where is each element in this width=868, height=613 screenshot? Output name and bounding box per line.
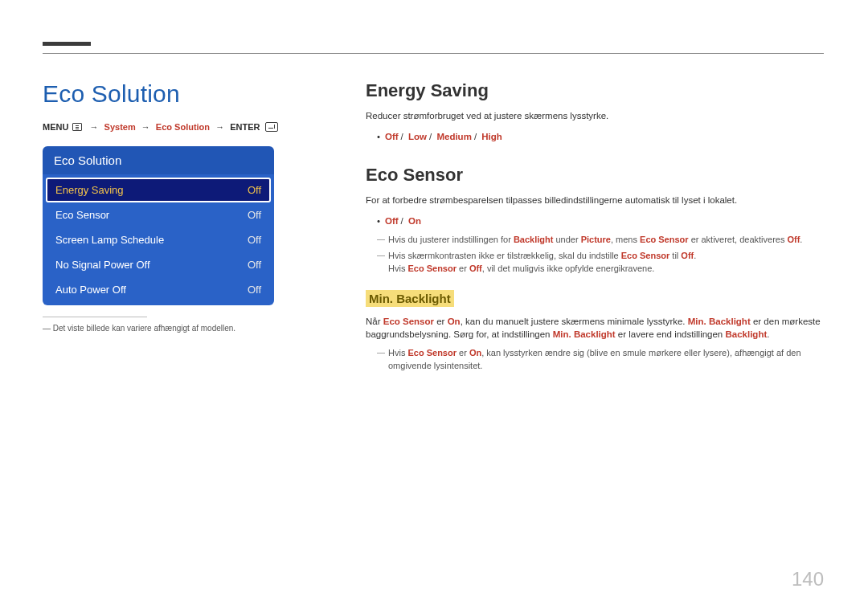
osd-value: Off (248, 284, 261, 296)
osd-title: Eco Solution (43, 146, 274, 174)
note-list: Hvis Eco Sensor er On, kan lysstyrken æn… (377, 346, 824, 373)
options-list: Off/ Low/ Medium/ High (377, 129, 824, 144)
footnote-rule (43, 317, 147, 317)
chapter-marker (43, 42, 91, 46)
opt-low: Low (408, 132, 427, 141)
osd-label: Screen Lamp Schedule (55, 234, 164, 246)
enter-icon (265, 122, 278, 132)
breadcrumb-eco: Eco Solution (156, 122, 210, 132)
osd-body: Energy Saving Off Eco Sensor Off Screen … (43, 174, 274, 305)
option-item: Off/ On (377, 214, 824, 228)
subsection-title: Min. Backlight (366, 290, 454, 307)
manual-page: Eco Solution MENU → System → Eco Solutio… (0, 0, 868, 613)
arrow-icon: → (90, 122, 99, 132)
breadcrumb-system: System (104, 122, 136, 132)
left-column: Eco Solution MENU → System → Eco Solutio… (43, 80, 284, 333)
opt-medium: Medium (436, 132, 471, 141)
menu-icon (72, 123, 82, 131)
note-item: Hvis Eco Sensor er On, kan lysstyrken æn… (377, 346, 824, 373)
arrow-icon: → (141, 122, 150, 132)
osd-value: Off (248, 234, 261, 246)
subsection-desc: Når Eco Sensor er On, kan du manuelt jus… (366, 315, 824, 341)
opt-high: High (481, 132, 502, 141)
breadcrumb-menu: MENU (43, 122, 68, 132)
note-list: Hvis du justerer indstillingen for Backl… (377, 233, 824, 276)
osd-row-no-signal[interactable]: No Signal Power Off Off (46, 252, 271, 277)
osd-row-eco-sensor[interactable]: Eco Sensor Off (46, 202, 271, 227)
page-number: 140 (792, 568, 824, 591)
osd-label: Auto Power Off (55, 284, 126, 296)
osd-value: Off (248, 259, 261, 271)
right-column: Energy Saving Reducer strømforbruget ved… (366, 80, 824, 394)
osd-value: Off (248, 184, 261, 196)
section-title: Eco Sensor (366, 165, 824, 186)
osd-panel: Eco Solution Energy Saving Off Eco Senso… (43, 146, 274, 305)
opt-off: Off (385, 216, 399, 226)
page-divider (43, 53, 824, 54)
arrow-icon: → (215, 122, 224, 132)
section-desc: Reducer strømforbruget ved at justere sk… (366, 109, 824, 123)
section-eco-sensor: Eco Sensor For at forbedre strømbesparel… (366, 165, 824, 373)
breadcrumb: MENU → System → Eco Solution → ENTER (43, 122, 284, 132)
osd-value: Off (248, 209, 261, 221)
note-item: Hvis du justerer indstillingen for Backl… (377, 233, 824, 247)
page-title: Eco Solution (43, 80, 284, 108)
osd-label: Eco Sensor (55, 209, 109, 221)
osd-row-auto-power-off[interactable]: Auto Power Off Off (46, 277, 271, 302)
section-desc: For at forbedre strømbesparelsen tilpass… (366, 194, 824, 207)
section-energy-saving: Energy Saving Reducer strømforbruget ved… (366, 80, 824, 144)
osd-row-screen-lamp[interactable]: Screen Lamp Schedule Off (46, 227, 271, 252)
osd-label: No Signal Power Off (55, 259, 150, 271)
note-item: Hvis skærmkontrasten ikke er tilstrækkel… (377, 249, 824, 276)
section-title: Energy Saving (366, 80, 824, 101)
opt-on: On (408, 216, 421, 226)
footnote: ― Det viste billede kan variere afhængig… (43, 324, 284, 333)
opt-off: Off (385, 132, 399, 141)
options-list: Off/ On (377, 214, 824, 228)
osd-row-energy-saving[interactable]: Energy Saving Off (46, 178, 271, 202)
osd-label: Energy Saving (55, 184, 124, 196)
breadcrumb-enter: ENTER (230, 122, 260, 132)
option-item: Off/ Low/ Medium/ High (377, 129, 824, 144)
